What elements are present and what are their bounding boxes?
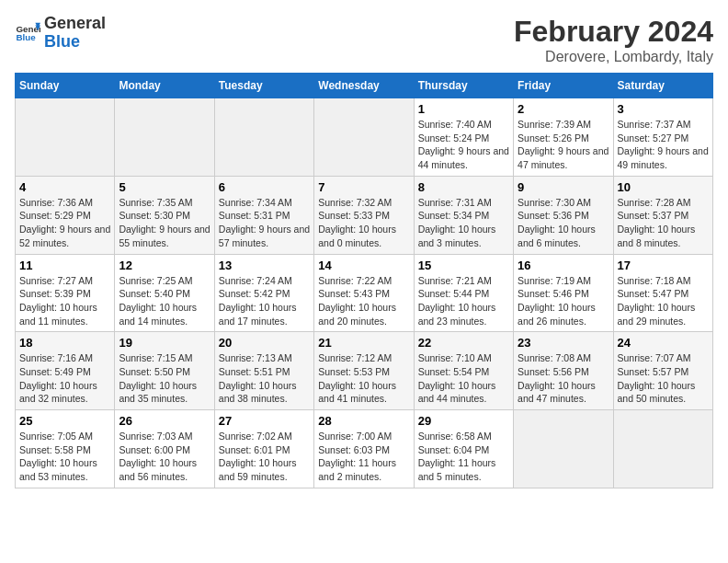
day-number: 20 — [219, 336, 310, 350]
week-row-2: 4Sunrise: 7:36 AMSunset: 5:29 PMDaylight… — [16, 176, 713, 254]
day-info: Sunrise: 7:02 AMSunset: 6:01 PMDaylight:… — [219, 430, 310, 484]
col-header-friday: Friday — [514, 74, 613, 98]
logo-general: General — [44, 15, 106, 33]
day-info: Sunrise: 7:39 AMSunset: 5:26 PMDaylight:… — [518, 118, 609, 172]
day-info: Sunrise: 7:22 AMSunset: 5:43 PMDaylight:… — [318, 274, 409, 328]
calendar-cell: 18Sunrise: 7:16 AMSunset: 5:49 PMDayligh… — [16, 332, 115, 410]
day-info: Sunrise: 7:30 AMSunset: 5:36 PMDaylight:… — [518, 196, 609, 250]
col-header-tuesday: Tuesday — [214, 74, 313, 98]
day-info: Sunrise: 7:34 AMSunset: 5:31 PMDaylight:… — [219, 196, 310, 250]
calendar-cell: 2Sunrise: 7:39 AMSunset: 5:26 PMDaylight… — [514, 98, 613, 177]
calendar-cell: 28Sunrise: 7:00 AMSunset: 6:03 PMDayligh… — [314, 410, 414, 488]
day-info: Sunrise: 7:13 AMSunset: 5:51 PMDaylight:… — [219, 351, 310, 406]
col-header-sunday: Sunday — [16, 74, 115, 98]
day-number: 24 — [618, 336, 709, 350]
calendar-cell: 13Sunrise: 7:24 AMSunset: 5:42 PMDayligh… — [214, 254, 313, 332]
day-info: Sunrise: 6:58 AMSunset: 6:04 PMDaylight:… — [418, 430, 509, 484]
day-number: 23 — [518, 336, 609, 350]
week-row-3: 11Sunrise: 7:27 AMSunset: 5:39 PMDayligh… — [16, 254, 713, 332]
calendar-cell: 1Sunrise: 7:40 AMSunset: 5:24 PMDaylight… — [414, 98, 513, 177]
calendar-cell — [115, 98, 214, 177]
calendar-cell — [16, 98, 115, 177]
day-info: Sunrise: 7:25 AMSunset: 5:40 PMDaylight:… — [119, 274, 210, 328]
day-number: 13 — [219, 259, 310, 272]
day-info: Sunrise: 7:05 AMSunset: 5:58 PMDaylight:… — [19, 430, 110, 484]
calendar-cell — [514, 410, 613, 488]
day-number: 11 — [19, 259, 110, 272]
calendar-cell: 6Sunrise: 7:34 AMSunset: 5:31 PMDaylight… — [214, 176, 313, 254]
week-row-4: 18Sunrise: 7:16 AMSunset: 5:49 PMDayligh… — [16, 332, 713, 410]
day-info: Sunrise: 7:07 AMSunset: 5:57 PMDaylight:… — [618, 351, 709, 406]
day-number: 15 — [418, 259, 509, 272]
calendar-cell: 22Sunrise: 7:10 AMSunset: 5:54 PMDayligh… — [414, 332, 513, 410]
calendar-cell — [314, 98, 414, 177]
calendar-cell: 26Sunrise: 7:03 AMSunset: 6:00 PMDayligh… — [115, 410, 214, 488]
col-header-monday: Monday — [115, 74, 214, 98]
col-header-thursday: Thursday — [414, 74, 513, 98]
header-row: SundayMondayTuesdayWednesdayThursdayFrid… — [16, 74, 713, 98]
calendar-cell: 20Sunrise: 7:13 AMSunset: 5:51 PMDayligh… — [214, 332, 313, 410]
calendar-cell: 25Sunrise: 7:05 AMSunset: 5:58 PMDayligh… — [16, 410, 115, 488]
day-number: 26 — [119, 414, 210, 428]
col-header-saturday: Saturday — [613, 74, 712, 98]
calendar-cell: 24Sunrise: 7:07 AMSunset: 5:57 PMDayligh… — [613, 332, 712, 410]
day-number: 18 — [19, 336, 110, 350]
title-block: February 2024 Derovere, Lombardy, Italy — [514, 15, 713, 65]
day-info: Sunrise: 7:35 AMSunset: 5:30 PMDaylight:… — [119, 196, 210, 250]
calendar-cell: 19Sunrise: 7:15 AMSunset: 5:50 PMDayligh… — [115, 332, 214, 410]
calendar-cell: 15Sunrise: 7:21 AMSunset: 5:44 PMDayligh… — [414, 254, 513, 332]
calendar-cell: 21Sunrise: 7:12 AMSunset: 5:53 PMDayligh… — [314, 332, 414, 410]
page-title: February 2024 — [514, 15, 713, 49]
day-number: 4 — [19, 180, 110, 194]
calendar-cell: 7Sunrise: 7:32 AMSunset: 5:33 PMDaylight… — [314, 176, 414, 254]
day-info: Sunrise: 7:21 AMSunset: 5:44 PMDaylight:… — [418, 274, 509, 328]
day-number: 3 — [618, 102, 709, 116]
day-number: 21 — [318, 336, 409, 350]
calendar-cell: 3Sunrise: 7:37 AMSunset: 5:27 PMDaylight… — [613, 98, 712, 177]
calendar-cell: 9Sunrise: 7:30 AMSunset: 5:36 PMDaylight… — [514, 176, 613, 254]
calendar-table: SundayMondayTuesdayWednesdayThursdayFrid… — [15, 73, 713, 488]
day-info: Sunrise: 7:18 AMSunset: 5:47 PMDaylight:… — [618, 274, 709, 328]
day-info: Sunrise: 7:15 AMSunset: 5:50 PMDaylight:… — [119, 351, 210, 406]
calendar-cell: 14Sunrise: 7:22 AMSunset: 5:43 PMDayligh… — [314, 254, 414, 332]
day-info: Sunrise: 7:24 AMSunset: 5:42 PMDaylight:… — [219, 274, 310, 328]
day-info: Sunrise: 7:08 AMSunset: 5:56 PMDaylight:… — [518, 351, 609, 406]
day-info: Sunrise: 7:40 AMSunset: 5:24 PMDaylight:… — [418, 118, 509, 172]
calendar-cell — [214, 98, 313, 177]
calendar-cell: 23Sunrise: 7:08 AMSunset: 5:56 PMDayligh… — [514, 332, 613, 410]
day-number: 14 — [318, 259, 409, 272]
day-number: 22 — [418, 336, 509, 350]
day-number: 25 — [19, 414, 110, 428]
calendar-cell: 5Sunrise: 7:35 AMSunset: 5:30 PMDaylight… — [115, 176, 214, 254]
day-info: Sunrise: 7:10 AMSunset: 5:54 PMDaylight:… — [418, 351, 509, 406]
day-number: 9 — [518, 180, 609, 194]
calendar-cell: 27Sunrise: 7:02 AMSunset: 6:01 PMDayligh… — [214, 410, 313, 488]
day-number: 2 — [518, 102, 609, 116]
day-info: Sunrise: 7:32 AMSunset: 5:33 PMDaylight:… — [318, 196, 409, 250]
day-number: 7 — [318, 180, 409, 194]
page-header: General Blue General Blue February 2024 … — [15, 15, 713, 65]
calendar-cell: 29Sunrise: 6:58 AMSunset: 6:04 PMDayligh… — [414, 410, 513, 488]
day-info: Sunrise: 7:00 AMSunset: 6:03 PMDaylight:… — [318, 430, 409, 484]
day-info: Sunrise: 7:03 AMSunset: 6:00 PMDaylight:… — [119, 430, 210, 484]
logo: General Blue General Blue — [15, 15, 106, 52]
day-number: 27 — [219, 414, 310, 428]
day-number: 29 — [418, 414, 509, 428]
calendar-cell: 8Sunrise: 7:31 AMSunset: 5:34 PMDaylight… — [414, 176, 513, 254]
day-number: 19 — [119, 336, 210, 350]
svg-text:Blue: Blue — [16, 32, 36, 42]
day-number: 10 — [618, 180, 709, 194]
day-info: Sunrise: 7:31 AMSunset: 5:34 PMDaylight:… — [418, 196, 509, 250]
calendar-cell: 17Sunrise: 7:18 AMSunset: 5:47 PMDayligh… — [613, 254, 712, 332]
day-number: 28 — [318, 414, 409, 428]
day-number: 1 — [418, 102, 509, 116]
day-number: 6 — [219, 180, 310, 194]
day-info: Sunrise: 7:16 AMSunset: 5:49 PMDaylight:… — [19, 351, 110, 406]
calendar-cell: 12Sunrise: 7:25 AMSunset: 5:40 PMDayligh… — [115, 254, 214, 332]
day-number: 8 — [418, 180, 509, 194]
page-subtitle: Derovere, Lombardy, Italy — [514, 49, 713, 65]
week-row-1: 1Sunrise: 7:40 AMSunset: 5:24 PMDaylight… — [16, 98, 713, 177]
day-info: Sunrise: 7:28 AMSunset: 5:37 PMDaylight:… — [618, 196, 709, 250]
day-info: Sunrise: 7:36 AMSunset: 5:29 PMDaylight:… — [19, 196, 110, 250]
logo-icon: General Blue — [15, 20, 40, 46]
